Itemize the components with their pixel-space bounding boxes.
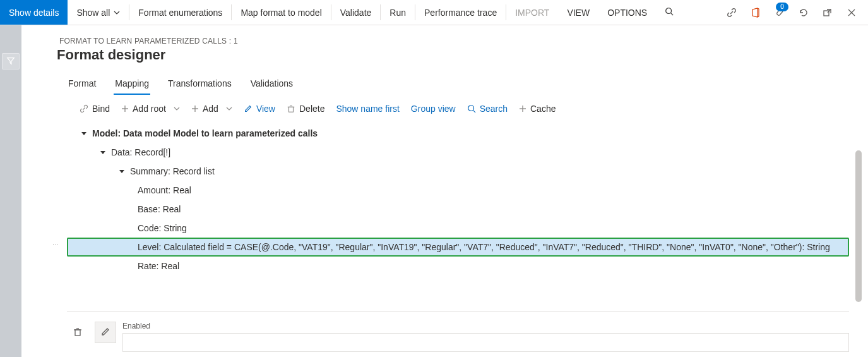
- edit-property-button[interactable]: [95, 322, 116, 343]
- refresh-icon[interactable]: [792, 0, 815, 25]
- svg-line-13: [473, 111, 475, 113]
- close-icon[interactable]: [840, 0, 863, 25]
- enabled-label: Enabled: [122, 322, 849, 330]
- popout-icon[interactable]: [816, 0, 839, 25]
- tree-node-label: Summary: Record list: [130, 166, 215, 176]
- show-all-label: Show all: [76, 8, 110, 18]
- left-gutter: [0, 25, 21, 357]
- bind-icon: [80, 104, 88, 113]
- validate-button[interactable]: Validate: [331, 0, 381, 25]
- options-label: OPTIONS: [607, 8, 647, 18]
- tree-node-label: Model: Data model Model to learn paramet…: [92, 128, 318, 138]
- tab-mapping[interactable]: Mapping: [114, 75, 150, 95]
- tree-leaf-level[interactable]: Level: Calculated field = CASE(@.Code, "…: [67, 238, 849, 257]
- search-icon: [665, 7, 674, 18]
- chevron-down-icon: [226, 106, 232, 112]
- svg-point-12: [468, 106, 473, 111]
- tree-node-summary[interactable]: Summary: Record list: [67, 162, 849, 181]
- show-details-button[interactable]: Show details: [0, 0, 68, 25]
- collapse-icon[interactable]: [98, 148, 107, 157]
- tab-mapping-label: Mapping: [115, 78, 149, 88]
- trash-icon: [287, 104, 295, 113]
- svg-line-1: [671, 13, 674, 16]
- tab-format[interactable]: Format: [67, 75, 97, 95]
- page-tabs: Format Mapping Transformations Validatio…: [21, 63, 868, 95]
- tree-leaf-rate[interactable]: Rate: Real: [67, 257, 849, 275]
- bind-label: Bind: [92, 104, 110, 114]
- performance-trace-button[interactable]: Performance trace: [415, 0, 506, 25]
- tree-node-label: Data: Record[!]: [111, 147, 170, 157]
- plus-icon: [519, 105, 526, 112]
- chevron-down-icon: [174, 106, 180, 112]
- tree-leaf-amount[interactable]: Amount: Real: [67, 181, 849, 200]
- tree-node-label: Amount: Real: [138, 185, 191, 195]
- svg-rect-16: [75, 330, 80, 336]
- filter-button[interactable]: [2, 53, 20, 70]
- group-view-button[interactable]: Group view: [411, 104, 456, 114]
- tree-node-label: Level: Calculated field = CASE(@.Code, "…: [138, 242, 830, 252]
- show-details-label: Show details: [9, 8, 59, 18]
- tab-validations-label: Validations: [251, 78, 293, 88]
- link-icon[interactable]: [720, 0, 743, 25]
- search-icon: [467, 104, 476, 113]
- svg-rect-9: [288, 107, 293, 112]
- add-root-button[interactable]: Add root: [121, 104, 180, 114]
- plus-icon: [121, 105, 129, 112]
- tab-validations[interactable]: Validations: [249, 75, 294, 95]
- show-all-button[interactable]: Show all: [68, 0, 129, 25]
- run-button[interactable]: Run: [381, 0, 415, 25]
- search-button[interactable]: Search: [467, 104, 508, 114]
- scrollbar[interactable]: [855, 150, 862, 302]
- tree-leaf-base[interactable]: Base: Real: [67, 200, 849, 219]
- svg-rect-2: [824, 11, 829, 16]
- show-name-first-label: Show name first: [336, 104, 399, 114]
- search-button[interactable]: [656, 0, 682, 25]
- drag-handle-icon[interactable]: ⋮: [52, 240, 59, 248]
- funnel-icon: [6, 56, 15, 67]
- delete-property-button[interactable]: [67, 322, 88, 343]
- format-enumerations-label: Format enumerations: [138, 8, 222, 18]
- page-shell: FORMAT TO LEARN PARAMETERIZED CALLS : 1 …: [0, 25, 868, 357]
- trash-icon: [73, 327, 83, 339]
- collapse-icon[interactable]: [117, 167, 126, 176]
- collapse-icon[interactable]: [80, 129, 88, 138]
- breadcrumb: FORMAT TO LEARN PARAMETERIZED CALLS : 1: [21, 25, 868, 45]
- add-button[interactable]: Add: [191, 104, 232, 114]
- perf-trace-label: Performance trace: [424, 8, 497, 18]
- format-enumerations-button[interactable]: Format enumerations: [129, 0, 231, 25]
- office-icon[interactable]: [744, 0, 767, 25]
- run-label: Run: [389, 8, 406, 18]
- bind-button[interactable]: Bind: [80, 104, 110, 114]
- search-label: Search: [480, 104, 508, 114]
- svg-point-0: [666, 8, 672, 14]
- import-label: IMPORT: [515, 8, 549, 18]
- view-button[interactable]: View: [244, 104, 275, 114]
- view-menu[interactable]: VIEW: [558, 0, 598, 25]
- tab-format-label: Format: [68, 78, 96, 88]
- show-name-first-button[interactable]: Show name first: [336, 104, 399, 114]
- tree-node-label: Rate: Real: [138, 261, 179, 271]
- tree-node-data[interactable]: Data: Record[!]: [67, 143, 849, 162]
- datasource-tree: Model: Data model Model to learn paramet…: [67, 120, 849, 275]
- tree-wrap: Model: Data model Model to learn paramet…: [67, 120, 849, 275]
- mapping-toolbar: Bind Add root Add: [21, 95, 868, 120]
- tree-leaf-code[interactable]: Code: String: [67, 219, 849, 238]
- delete-label: Delete: [299, 104, 324, 114]
- delete-button[interactable]: Delete: [287, 104, 324, 114]
- chevron-down-icon: [114, 9, 120, 16]
- plus-icon: [191, 105, 199, 112]
- enabled-field: Enabled: [122, 322, 849, 352]
- cache-label: Cache: [530, 104, 556, 114]
- cache-button[interactable]: Cache: [519, 104, 556, 114]
- enabled-input[interactable]: [122, 333, 849, 352]
- command-bar: Show details Show all Format enumeration…: [0, 0, 868, 25]
- tree-node-label: Base: Real: [138, 204, 181, 214]
- add-root-label: Add root: [133, 104, 166, 114]
- tree-node-label: Code: String: [138, 223, 187, 233]
- tree-node-model[interactable]: Model: Data model Model to learn paramet…: [67, 124, 849, 143]
- tab-transformations[interactable]: Transformations: [167, 75, 233, 95]
- options-menu[interactable]: OPTIONS: [598, 0, 656, 25]
- import-menu[interactable]: IMPORT: [506, 0, 558, 25]
- map-format-to-model-button[interactable]: Map format to model: [232, 0, 330, 25]
- attachments-icon[interactable]: [768, 0, 791, 25]
